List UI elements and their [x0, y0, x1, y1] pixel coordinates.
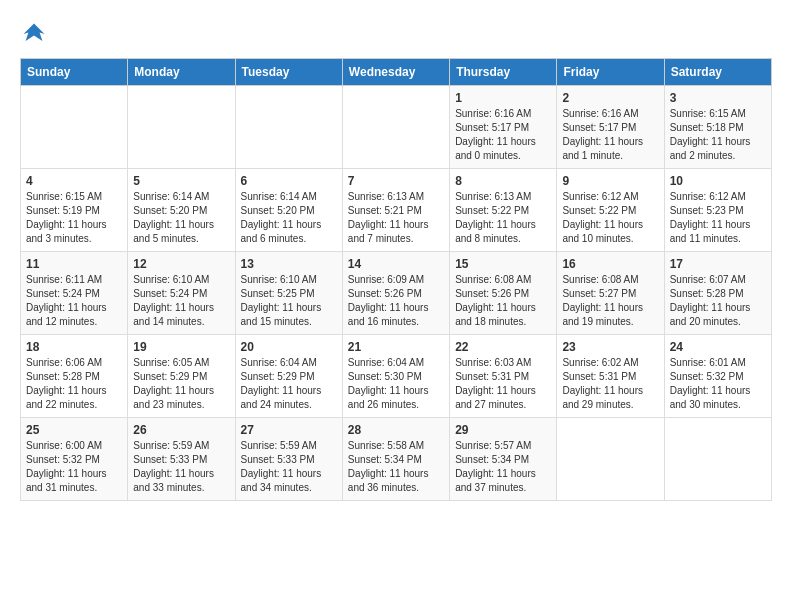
- day-cell: [557, 418, 664, 501]
- day-cell: 19Sunrise: 6:05 AM Sunset: 5:29 PM Dayli…: [128, 335, 235, 418]
- day-cell: 29Sunrise: 5:57 AM Sunset: 5:34 PM Dayli…: [450, 418, 557, 501]
- day-cell: 27Sunrise: 5:59 AM Sunset: 5:33 PM Dayli…: [235, 418, 342, 501]
- day-cell: 5Sunrise: 6:14 AM Sunset: 5:20 PM Daylig…: [128, 169, 235, 252]
- day-info: Sunrise: 6:14 AM Sunset: 5:20 PM Dayligh…: [133, 190, 229, 246]
- day-number: 11: [26, 257, 122, 271]
- day-number: 17: [670, 257, 766, 271]
- day-number: 25: [26, 423, 122, 437]
- day-cell: 11Sunrise: 6:11 AM Sunset: 5:24 PM Dayli…: [21, 252, 128, 335]
- day-info: Sunrise: 6:16 AM Sunset: 5:17 PM Dayligh…: [455, 107, 551, 163]
- day-number: 9: [562, 174, 658, 188]
- day-cell: 9Sunrise: 6:12 AM Sunset: 5:22 PM Daylig…: [557, 169, 664, 252]
- day-number: 14: [348, 257, 444, 271]
- column-header-friday: Friday: [557, 59, 664, 86]
- day-info: Sunrise: 6:00 AM Sunset: 5:32 PM Dayligh…: [26, 439, 122, 495]
- column-header-wednesday: Wednesday: [342, 59, 449, 86]
- day-info: Sunrise: 6:12 AM Sunset: 5:23 PM Dayligh…: [670, 190, 766, 246]
- day-cell: 8Sunrise: 6:13 AM Sunset: 5:22 PM Daylig…: [450, 169, 557, 252]
- column-header-thursday: Thursday: [450, 59, 557, 86]
- day-number: 29: [455, 423, 551, 437]
- day-number: 1: [455, 91, 551, 105]
- day-number: 15: [455, 257, 551, 271]
- day-cell: [128, 86, 235, 169]
- day-info: Sunrise: 6:10 AM Sunset: 5:25 PM Dayligh…: [241, 273, 337, 329]
- day-cell: 23Sunrise: 6:02 AM Sunset: 5:31 PM Dayli…: [557, 335, 664, 418]
- day-cell: 12Sunrise: 6:10 AM Sunset: 5:24 PM Dayli…: [128, 252, 235, 335]
- day-cell: 20Sunrise: 6:04 AM Sunset: 5:29 PM Dayli…: [235, 335, 342, 418]
- day-number: 19: [133, 340, 229, 354]
- day-cell: 21Sunrise: 6:04 AM Sunset: 5:30 PM Dayli…: [342, 335, 449, 418]
- day-info: Sunrise: 6:13 AM Sunset: 5:22 PM Dayligh…: [455, 190, 551, 246]
- week-row-1: 1Sunrise: 6:16 AM Sunset: 5:17 PM Daylig…: [21, 86, 772, 169]
- day-cell: 16Sunrise: 6:08 AM Sunset: 5:27 PM Dayli…: [557, 252, 664, 335]
- day-info: Sunrise: 6:08 AM Sunset: 5:26 PM Dayligh…: [455, 273, 551, 329]
- day-info: Sunrise: 6:08 AM Sunset: 5:27 PM Dayligh…: [562, 273, 658, 329]
- day-info: Sunrise: 6:06 AM Sunset: 5:28 PM Dayligh…: [26, 356, 122, 412]
- svg-marker-0: [24, 24, 45, 42]
- day-info: Sunrise: 6:01 AM Sunset: 5:32 PM Dayligh…: [670, 356, 766, 412]
- logo-icon: [20, 20, 48, 48]
- day-cell: 4Sunrise: 6:15 AM Sunset: 5:19 PM Daylig…: [21, 169, 128, 252]
- day-info: Sunrise: 5:58 AM Sunset: 5:34 PM Dayligh…: [348, 439, 444, 495]
- day-info: Sunrise: 6:14 AM Sunset: 5:20 PM Dayligh…: [241, 190, 337, 246]
- page-header: [20, 20, 772, 48]
- day-cell: 15Sunrise: 6:08 AM Sunset: 5:26 PM Dayli…: [450, 252, 557, 335]
- day-cell: 10Sunrise: 6:12 AM Sunset: 5:23 PM Dayli…: [664, 169, 771, 252]
- day-number: 24: [670, 340, 766, 354]
- week-row-2: 4Sunrise: 6:15 AM Sunset: 5:19 PM Daylig…: [21, 169, 772, 252]
- day-cell: 22Sunrise: 6:03 AM Sunset: 5:31 PM Dayli…: [450, 335, 557, 418]
- day-number: 21: [348, 340, 444, 354]
- day-number: 8: [455, 174, 551, 188]
- day-info: Sunrise: 6:03 AM Sunset: 5:31 PM Dayligh…: [455, 356, 551, 412]
- day-number: 10: [670, 174, 766, 188]
- day-number: 4: [26, 174, 122, 188]
- day-info: Sunrise: 6:10 AM Sunset: 5:24 PM Dayligh…: [133, 273, 229, 329]
- day-info: Sunrise: 5:59 AM Sunset: 5:33 PM Dayligh…: [241, 439, 337, 495]
- day-cell: 13Sunrise: 6:10 AM Sunset: 5:25 PM Dayli…: [235, 252, 342, 335]
- day-info: Sunrise: 6:11 AM Sunset: 5:24 PM Dayligh…: [26, 273, 122, 329]
- day-info: Sunrise: 6:15 AM Sunset: 5:18 PM Dayligh…: [670, 107, 766, 163]
- day-number: 18: [26, 340, 122, 354]
- calendar-table: SundayMondayTuesdayWednesdayThursdayFrid…: [20, 58, 772, 501]
- day-info: Sunrise: 6:04 AM Sunset: 5:29 PM Dayligh…: [241, 356, 337, 412]
- day-cell: [235, 86, 342, 169]
- day-info: Sunrise: 6:04 AM Sunset: 5:30 PM Dayligh…: [348, 356, 444, 412]
- day-cell: 24Sunrise: 6:01 AM Sunset: 5:32 PM Dayli…: [664, 335, 771, 418]
- day-info: Sunrise: 6:13 AM Sunset: 5:21 PM Dayligh…: [348, 190, 444, 246]
- day-number: 28: [348, 423, 444, 437]
- day-number: 7: [348, 174, 444, 188]
- day-number: 23: [562, 340, 658, 354]
- day-cell: 28Sunrise: 5:58 AM Sunset: 5:34 PM Dayli…: [342, 418, 449, 501]
- column-header-saturday: Saturday: [664, 59, 771, 86]
- day-cell: 1Sunrise: 6:16 AM Sunset: 5:17 PM Daylig…: [450, 86, 557, 169]
- day-number: 26: [133, 423, 229, 437]
- day-number: 27: [241, 423, 337, 437]
- day-info: Sunrise: 6:07 AM Sunset: 5:28 PM Dayligh…: [670, 273, 766, 329]
- day-info: Sunrise: 6:16 AM Sunset: 5:17 PM Dayligh…: [562, 107, 658, 163]
- day-number: 5: [133, 174, 229, 188]
- day-cell: [664, 418, 771, 501]
- column-header-sunday: Sunday: [21, 59, 128, 86]
- day-number: 12: [133, 257, 229, 271]
- day-info: Sunrise: 6:09 AM Sunset: 5:26 PM Dayligh…: [348, 273, 444, 329]
- week-row-5: 25Sunrise: 6:00 AM Sunset: 5:32 PM Dayli…: [21, 418, 772, 501]
- day-info: Sunrise: 6:12 AM Sunset: 5:22 PM Dayligh…: [562, 190, 658, 246]
- day-cell: 18Sunrise: 6:06 AM Sunset: 5:28 PM Dayli…: [21, 335, 128, 418]
- column-header-tuesday: Tuesday: [235, 59, 342, 86]
- week-row-3: 11Sunrise: 6:11 AM Sunset: 5:24 PM Dayli…: [21, 252, 772, 335]
- day-info: Sunrise: 6:15 AM Sunset: 5:19 PM Dayligh…: [26, 190, 122, 246]
- day-info: Sunrise: 5:57 AM Sunset: 5:34 PM Dayligh…: [455, 439, 551, 495]
- day-cell: [342, 86, 449, 169]
- day-info: Sunrise: 5:59 AM Sunset: 5:33 PM Dayligh…: [133, 439, 229, 495]
- day-cell: 3Sunrise: 6:15 AM Sunset: 5:18 PM Daylig…: [664, 86, 771, 169]
- day-number: 6: [241, 174, 337, 188]
- day-cell: 6Sunrise: 6:14 AM Sunset: 5:20 PM Daylig…: [235, 169, 342, 252]
- week-row-4: 18Sunrise: 6:06 AM Sunset: 5:28 PM Dayli…: [21, 335, 772, 418]
- day-cell: 14Sunrise: 6:09 AM Sunset: 5:26 PM Dayli…: [342, 252, 449, 335]
- day-number: 20: [241, 340, 337, 354]
- day-number: 13: [241, 257, 337, 271]
- header-row: SundayMondayTuesdayWednesdayThursdayFrid…: [21, 59, 772, 86]
- day-cell: [21, 86, 128, 169]
- day-number: 3: [670, 91, 766, 105]
- day-cell: 25Sunrise: 6:00 AM Sunset: 5:32 PM Dayli…: [21, 418, 128, 501]
